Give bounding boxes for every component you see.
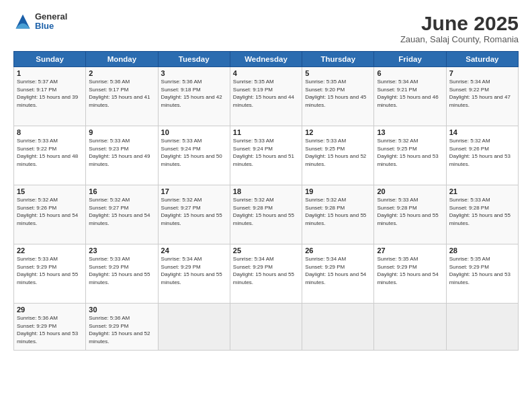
day-info: Sunrise: 5:32 AMSunset: 9:25 PMDaylight:… — [377, 137, 443, 168]
day-number: 4 — [233, 69, 299, 77]
calendar-cell: 16Sunrise: 5:32 AMSunset: 9:27 PMDayligh… — [86, 185, 158, 244]
day-info: Sunrise: 5:32 AMSunset: 9:27 PMDaylight:… — [161, 196, 227, 227]
calendar-cell: 8Sunrise: 5:33 AMSunset: 9:22 PMDaylight… — [14, 126, 86, 185]
weekday-header-wednesday: Wednesday — [230, 52, 302, 67]
calendar-cell: 9Sunrise: 5:33 AMSunset: 9:23 PMDaylight… — [86, 126, 158, 185]
calendar-cell — [374, 304, 446, 351]
day-number: 13 — [377, 128, 443, 136]
day-info: Sunrise: 5:33 AMSunset: 9:28 PMDaylight:… — [377, 196, 443, 227]
day-number: 18 — [233, 187, 299, 195]
calendar-cell: 24Sunrise: 5:34 AMSunset: 9:29 PMDayligh… — [158, 244, 230, 304]
logo-general: General — [35, 12, 67, 21]
calendar-cell: 14Sunrise: 5:32 AMSunset: 9:26 PMDayligh… — [446, 126, 518, 185]
day-number: 15 — [17, 187, 83, 195]
day-number: 22 — [17, 246, 83, 255]
calendar-week-row: 8Sunrise: 5:33 AMSunset: 9:22 PMDaylight… — [14, 126, 519, 185]
day-info: Sunrise: 5:35 AMSunset: 9:19 PMDaylight:… — [233, 78, 299, 109]
calendar-cell: 12Sunrise: 5:33 AMSunset: 9:25 PMDayligh… — [302, 126, 374, 185]
day-info: Sunrise: 5:34 AMSunset: 9:29 PMDaylight:… — [233, 255, 299, 286]
calendar-cell: 30Sunrise: 5:36 AMSunset: 9:29 PMDayligh… — [86, 304, 158, 351]
weekday-header-thursday: Thursday — [302, 52, 374, 67]
calendar-cell: 29Sunrise: 5:36 AMSunset: 9:29 PMDayligh… — [14, 304, 86, 351]
calendar-cell: 15Sunrise: 5:32 AMSunset: 9:26 PMDayligh… — [14, 185, 86, 244]
day-number: 17 — [161, 187, 227, 195]
calendar-cell — [230, 304, 302, 351]
logo-icon — [13, 12, 32, 31]
day-info: Sunrise: 5:34 AMSunset: 9:29 PMDaylight:… — [161, 255, 227, 286]
calendar-cell: 20Sunrise: 5:33 AMSunset: 9:28 PMDayligh… — [374, 185, 446, 244]
day-number: 10 — [161, 128, 227, 136]
calendar-cell: 2Sunrise: 5:36 AMSunset: 9:17 PMDaylight… — [86, 67, 158, 126]
day-info: Sunrise: 5:34 AMSunset: 9:21 PMDaylight:… — [377, 78, 443, 109]
header: General Blue June 2025 Zauan, Salaj Coun… — [13, 12, 519, 44]
calendar-cell: 4Sunrise: 5:35 AMSunset: 9:19 PMDaylight… — [230, 67, 302, 126]
day-info: Sunrise: 5:33 AMSunset: 9:29 PMDaylight:… — [17, 255, 83, 286]
page: General Blue June 2025 Zauan, Salaj Coun… — [0, 0, 532, 411]
day-number: 5 — [305, 69, 371, 77]
logo-text: General Blue — [35, 12, 67, 32]
day-number: 9 — [89, 128, 154, 136]
day-number: 29 — [17, 306, 83, 314]
day-info: Sunrise: 5:36 AMSunset: 9:29 PMDaylight:… — [89, 314, 154, 345]
day-info: Sunrise: 5:36 AMSunset: 9:18 PMDaylight:… — [161, 78, 227, 109]
title-block: June 2025 Zauan, Salaj County, Romania — [400, 12, 519, 44]
calendar-table: SundayMondayTuesdayWednesdayThursdayFrid… — [13, 51, 519, 351]
weekday-header-monday: Monday — [86, 52, 158, 67]
calendar-cell: 7Sunrise: 5:34 AMSunset: 9:22 PMDaylight… — [446, 67, 518, 126]
calendar-cell: 25Sunrise: 5:34 AMSunset: 9:29 PMDayligh… — [230, 244, 302, 304]
day-number: 2 — [89, 69, 154, 77]
calendar-cell: 17Sunrise: 5:32 AMSunset: 9:27 PMDayligh… — [158, 185, 230, 244]
weekday-header-sunday: Sunday — [14, 52, 86, 67]
day-info: Sunrise: 5:33 AMSunset: 9:24 PMDaylight:… — [233, 137, 299, 168]
day-info: Sunrise: 5:33 AMSunset: 9:25 PMDaylight:… — [305, 137, 371, 168]
day-info: Sunrise: 5:33 AMSunset: 9:22 PMDaylight:… — [17, 137, 83, 168]
day-number: 11 — [233, 128, 299, 136]
calendar-week-row: 29Sunrise: 5:36 AMSunset: 9:29 PMDayligh… — [14, 304, 519, 351]
calendar-cell: 22Sunrise: 5:33 AMSunset: 9:29 PMDayligh… — [14, 244, 86, 304]
calendar-cell: 1Sunrise: 5:37 AMSunset: 9:17 PMDaylight… — [14, 67, 86, 126]
weekday-header-row: SundayMondayTuesdayWednesdayThursdayFrid… — [14, 52, 519, 67]
calendar-cell: 26Sunrise: 5:34 AMSunset: 9:29 PMDayligh… — [302, 244, 374, 304]
day-number: 23 — [89, 246, 154, 255]
day-info: Sunrise: 5:33 AMSunset: 9:23 PMDaylight:… — [89, 137, 154, 168]
day-number: 14 — [449, 128, 515, 136]
day-number: 28 — [449, 246, 515, 255]
calendar-cell — [158, 304, 230, 351]
day-info: Sunrise: 5:32 AMSunset: 9:28 PMDaylight:… — [305, 196, 371, 227]
day-number: 26 — [305, 246, 371, 255]
calendar-cell: 19Sunrise: 5:32 AMSunset: 9:28 PMDayligh… — [302, 185, 374, 244]
day-info: Sunrise: 5:36 AMSunset: 9:17 PMDaylight:… — [89, 78, 154, 109]
day-number: 3 — [161, 69, 227, 77]
day-number: 20 — [377, 187, 443, 195]
location: Zauan, Salaj County, Romania — [400, 34, 519, 44]
calendar-cell — [302, 304, 374, 351]
weekday-header-saturday: Saturday — [446, 52, 518, 67]
day-number: 21 — [449, 187, 515, 195]
day-info: Sunrise: 5:35 AMSunset: 9:20 PMDaylight:… — [305, 78, 371, 109]
day-info: Sunrise: 5:35 AMSunset: 9:29 PMDaylight:… — [449, 255, 515, 286]
day-info: Sunrise: 5:33 AMSunset: 9:29 PMDaylight:… — [89, 255, 154, 286]
calendar-cell: 5Sunrise: 5:35 AMSunset: 9:20 PMDaylight… — [302, 67, 374, 126]
day-info: Sunrise: 5:33 AMSunset: 9:28 PMDaylight:… — [449, 196, 515, 227]
calendar-cell: 10Sunrise: 5:33 AMSunset: 9:24 PMDayligh… — [158, 126, 230, 185]
calendar-cell: 23Sunrise: 5:33 AMSunset: 9:29 PMDayligh… — [86, 244, 158, 304]
day-number: 7 — [449, 69, 515, 77]
day-info: Sunrise: 5:36 AMSunset: 9:29 PMDaylight:… — [17, 314, 83, 345]
day-info: Sunrise: 5:32 AMSunset: 9:26 PMDaylight:… — [17, 196, 83, 227]
day-number: 24 — [161, 246, 227, 255]
calendar-cell: 21Sunrise: 5:33 AMSunset: 9:28 PMDayligh… — [446, 185, 518, 244]
calendar-cell: 28Sunrise: 5:35 AMSunset: 9:29 PMDayligh… — [446, 244, 518, 304]
day-number: 27 — [377, 246, 443, 255]
day-info: Sunrise: 5:34 AMSunset: 9:22 PMDaylight:… — [449, 78, 515, 109]
month-title: June 2025 — [400, 12, 519, 34]
day-info: Sunrise: 5:34 AMSunset: 9:29 PMDaylight:… — [305, 255, 371, 286]
day-info: Sunrise: 5:32 AMSunset: 9:27 PMDaylight:… — [89, 196, 154, 227]
day-info: Sunrise: 5:32 AMSunset: 9:26 PMDaylight:… — [449, 137, 515, 168]
day-number: 12 — [305, 128, 371, 136]
day-number: 30 — [89, 306, 154, 314]
logo: General Blue — [13, 12, 67, 32]
calendar-week-row: 1Sunrise: 5:37 AMSunset: 9:17 PMDaylight… — [14, 67, 519, 126]
day-number: 16 — [89, 187, 154, 195]
calendar-cell: 18Sunrise: 5:32 AMSunset: 9:28 PMDayligh… — [230, 185, 302, 244]
day-info: Sunrise: 5:33 AMSunset: 9:24 PMDaylight:… — [161, 137, 227, 168]
